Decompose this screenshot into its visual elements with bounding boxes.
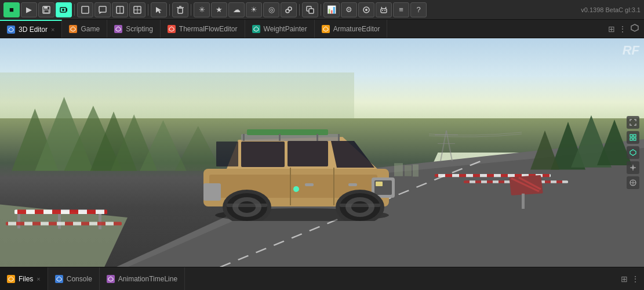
viewport-maximize-icon[interactable]: [627, 116, 639, 129]
bottom-more-button[interactable]: ⋮: [631, 274, 639, 284]
save-button[interactable]: [38, 2, 54, 17]
display-4-button[interactable]: [129, 2, 145, 17]
svg-rect-83: [243, 134, 245, 141]
tab-3d-editor[interactable]: 3D Editor ×: [0, 20, 62, 38]
bottom-tab-files[interactable]: Files ×: [0, 267, 48, 290]
tab-thermal-icon: [168, 25, 176, 33]
viewport-grid-icon[interactable]: [627, 131, 639, 144]
svg-rect-105: [216, 142, 238, 166]
svg-rect-112: [634, 135, 636, 137]
svg-point-24: [365, 9, 368, 11]
svg-line-26: [381, 7, 382, 9]
svg-rect-90: [241, 142, 285, 167]
main-viewport[interactable]: RF: [0, 38, 644, 267]
svg-rect-109: [340, 204, 380, 207]
display-3-button[interactable]: [112, 2, 128, 17]
cursor-button[interactable]: [151, 2, 167, 17]
svg-rect-7: [99, 6, 106, 12]
tab-weight-label: WeightPainter: [264, 25, 307, 33]
viewport-cube-icon[interactable]: [627, 146, 639, 159]
settings-button[interactable]: ⚙: [341, 2, 357, 17]
tab-scripting-label: Scripting: [126, 25, 153, 33]
link-button[interactable]: [281, 2, 297, 17]
svg-rect-104: [203, 183, 221, 201]
svg-rect-44: [14, 209, 107, 214]
tab-game-icon: [69, 25, 77, 33]
separator-4: [191, 4, 191, 16]
camera-view-button[interactable]: [56, 2, 72, 17]
svg-rect-45: [6, 222, 122, 225]
tab-weight-painter[interactable]: WeightPainter: [245, 20, 315, 38]
svg-point-19: [288, 7, 292, 10]
viewport-axis-icon[interactable]: [627, 176, 639, 189]
separator-2: [148, 4, 148, 16]
svg-marker-88: [331, 141, 374, 168]
tab-3d-editor-close[interactable]: ×: [51, 26, 54, 33]
tab-armature-editor[interactable]: ArmatureEditor: [315, 20, 388, 38]
svg-rect-22: [309, 9, 314, 13]
animation-label: AnimationTimeLine: [118, 275, 177, 283]
android-button[interactable]: [376, 2, 392, 17]
svg-marker-4: [66, 8, 67, 12]
svg-rect-15: [178, 8, 183, 13]
tab-scripting-icon: [114, 25, 122, 33]
play-button[interactable]: ▶: [21, 2, 37, 17]
viewport-navigate-icon[interactable]: [627, 161, 639, 174]
stop-button[interactable]: ■: [3, 2, 20, 17]
files-label: Files: [19, 275, 33, 283]
tab-3d-editor-icon: [7, 26, 15, 34]
bottom-panel: Files × Console AnimationTimeLine ⊞ ⋮: [0, 267, 644, 290]
svg-marker-31: [71, 27, 75, 31]
tabs-bar: 3D Editor × Game Scripting ThermalFlowEd…: [0, 20, 644, 38]
svg-rect-60: [522, 193, 525, 208]
files-icon: [7, 275, 15, 283]
svg-point-28: [382, 10, 383, 11]
svg-marker-33: [169, 27, 174, 31]
svg-rect-82: [247, 129, 328, 135]
svg-rect-108: [227, 204, 267, 207]
tab-thermal-flow[interactable]: ThermalFlowEditor: [161, 20, 245, 38]
tab-game[interactable]: Game: [62, 20, 107, 38]
star-button[interactable]: ★: [211, 2, 227, 17]
display-2-button[interactable]: [94, 2, 111, 17]
tab-3d-editor-label: 3D Editor: [19, 26, 48, 34]
cloud-button[interactable]: ☁: [228, 2, 245, 17]
sun-button[interactable]: ✳: [194, 2, 210, 17]
svg-point-110: [293, 186, 299, 192]
svg-rect-89: [288, 141, 328, 166]
svg-rect-85: [316, 134, 318, 141]
circle-button[interactable]: ◎: [263, 2, 279, 17]
separator-6: [321, 4, 321, 16]
svg-marker-122: [9, 277, 13, 281]
top-toolbar: ■ ▶ ✳ ★ ☁ ☀ ◎ 📊 ⚙ ≡ ? v0.13: [0, 0, 644, 20]
tabs-grid-button[interactable]: ⊞: [608, 24, 615, 34]
svg-marker-36: [631, 24, 638, 31]
tabs-cube-button[interactable]: [630, 23, 639, 34]
bottom-tab-console[interactable]: Console: [48, 267, 100, 290]
bottom-tab-animation[interactable]: AnimationTimeLine: [100, 267, 185, 290]
stack-button[interactable]: ≡: [393, 2, 409, 17]
separator-5: [299, 4, 300, 16]
bottom-grid-button[interactable]: ⊞: [621, 274, 628, 284]
svg-marker-124: [108, 277, 113, 281]
help-button[interactable]: ?: [410, 2, 427, 17]
car: [180, 93, 424, 221]
tabs-more-button[interactable]: ⋮: [618, 24, 627, 34]
tab-scripting[interactable]: Scripting: [107, 20, 161, 38]
svg-rect-86: [338, 134, 340, 141]
delete-button[interactable]: [172, 2, 188, 17]
tab-game-label: Game: [81, 25, 100, 33]
brightness-button[interactable]: ☀: [246, 2, 262, 17]
rf-watermark: RF: [623, 43, 639, 58]
files-close[interactable]: ×: [37, 276, 40, 282]
console-label: Console: [67, 275, 92, 283]
resize-button[interactable]: [302, 2, 318, 17]
settings2-button[interactable]: [358, 2, 374, 17]
svg-rect-114: [634, 138, 636, 140]
svg-rect-2: [44, 10, 49, 13]
svg-marker-32: [116, 27, 121, 31]
svg-rect-113: [630, 138, 632, 140]
chart-button[interactable]: 📊: [323, 2, 340, 17]
svg-rect-111: [630, 135, 632, 137]
display-1-button[interactable]: [77, 2, 93, 17]
